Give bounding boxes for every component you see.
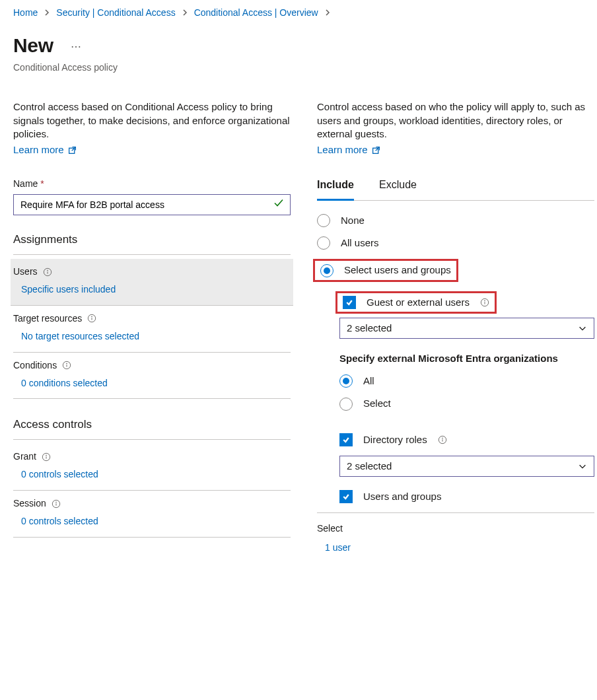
learn-more-left[interactable]: Learn more xyxy=(13,143,77,157)
radio-select-users[interactable] xyxy=(320,264,334,277)
highlight-guest-external: Guest or external users xyxy=(335,291,497,314)
breadcrumb-home[interactable]: Home xyxy=(13,7,38,19)
page-subtitle: Conditional Access policy xyxy=(13,61,584,74)
info-icon xyxy=(438,435,447,444)
more-actions-button[interactable]: ⋯ xyxy=(71,40,83,54)
radio-all-users-label: All users xyxy=(341,236,379,250)
breadcrumb-security[interactable]: Security | Conditional Access xyxy=(56,7,175,19)
svg-point-15 xyxy=(55,502,56,503)
info-icon xyxy=(87,314,96,323)
learn-more-label: Learn more xyxy=(317,143,368,157)
learn-more-label: Learn more xyxy=(13,143,64,157)
grant-row-title: Grant xyxy=(13,450,36,463)
target-row-title: Target resources xyxy=(13,312,82,325)
radio-external-select[interactable] xyxy=(339,398,353,411)
right-column: Control access based on who the policy w… xyxy=(317,100,594,554)
checkbox-guest-external-label: Guest or external users xyxy=(367,296,470,309)
users-row-status[interactable]: Specific users included xyxy=(13,283,291,296)
guest-dropdown-value: 2 selected xyxy=(347,322,392,335)
radio-none-label: None xyxy=(341,214,365,227)
session-row-title: Session xyxy=(13,497,46,510)
breadcrumb-overview[interactable]: Conditional Access | Overview xyxy=(194,7,318,19)
radio-select-users-label: Select users and groups xyxy=(344,263,451,277)
conditions-row-status[interactable]: 0 conditions selected xyxy=(13,377,291,390)
checkbox-users-groups-label: Users and groups xyxy=(363,490,441,503)
info-icon xyxy=(62,361,71,370)
radio-none[interactable] xyxy=(317,214,330,227)
include-exclude-tabs: Include Exclude xyxy=(317,178,594,201)
select-label: Select xyxy=(317,522,594,535)
info-icon xyxy=(480,298,489,307)
name-label: Name* xyxy=(13,178,291,190)
access-controls-heading: Access controls xyxy=(13,417,291,440)
assignments-heading: Assignments xyxy=(13,232,291,255)
tab-exclude[interactable]: Exclude xyxy=(379,178,417,200)
chevron-down-icon xyxy=(578,324,587,333)
conditions-row-title: Conditions xyxy=(13,359,57,372)
info-icon xyxy=(43,267,52,277)
left-description: Control access based on Conditional Acce… xyxy=(13,100,291,141)
learn-more-right[interactable]: Learn more xyxy=(317,143,380,157)
session-row[interactable]: Session 0 controls selected xyxy=(13,491,291,538)
chevron-right-icon xyxy=(182,7,188,19)
chevron-right-icon xyxy=(325,7,330,19)
radio-external-all-label: All xyxy=(363,374,374,388)
radio-external-select-label: Select xyxy=(363,397,391,410)
tab-include[interactable]: Include xyxy=(317,178,354,201)
select-users-block: Select 1 user xyxy=(317,512,594,554)
svg-point-9 xyxy=(67,363,67,364)
users-row[interactable]: Users Specific users included xyxy=(11,259,293,306)
roles-dropdown-value: 2 selected xyxy=(347,460,392,473)
right-description: Control access based on who the policy w… xyxy=(317,100,594,141)
radio-all-users[interactable] xyxy=(317,236,330,250)
chevron-right-icon xyxy=(44,7,50,19)
checkbox-directory-roles[interactable] xyxy=(339,433,353,446)
breadcrumb: Home Security | Conditional Access Condi… xyxy=(13,7,584,19)
check-icon xyxy=(273,198,284,212)
chevron-down-icon xyxy=(578,462,587,471)
svg-point-6 xyxy=(92,316,92,317)
external-link-icon xyxy=(68,146,77,155)
target-resources-row[interactable]: Target resources No target resources sel… xyxy=(13,306,291,353)
page-title: New xyxy=(13,32,53,59)
users-row-title: Users xyxy=(13,265,38,278)
svg-point-22 xyxy=(442,438,442,438)
session-row-status[interactable]: 0 controls selected xyxy=(13,515,291,528)
checkbox-users-groups[interactable] xyxy=(339,490,353,503)
svg-point-3 xyxy=(47,269,48,270)
svg-point-12 xyxy=(46,455,47,456)
select-users-link[interactable]: 1 user xyxy=(317,542,594,554)
highlight-select-users: Select users and groups xyxy=(313,259,458,281)
radio-external-all[interactable] xyxy=(339,374,353,388)
grant-row[interactable]: Grant 0 controls selected xyxy=(13,444,291,491)
svg-point-19 xyxy=(484,300,485,301)
checkbox-directory-roles-label: Directory roles xyxy=(363,433,427,446)
grant-row-status[interactable]: 0 controls selected xyxy=(13,468,291,481)
info-icon xyxy=(42,452,51,462)
policy-name-input[interactable] xyxy=(13,194,291,215)
directory-roles-dropdown[interactable]: 2 selected xyxy=(339,456,594,477)
target-row-status[interactable]: No target resources selected xyxy=(13,330,291,343)
info-icon xyxy=(52,499,61,508)
guest-types-dropdown[interactable]: 2 selected xyxy=(339,318,594,339)
conditions-row[interactable]: Conditions 0 conditions selected xyxy=(13,353,291,400)
external-link-icon xyxy=(372,146,380,155)
checkbox-guest-external[interactable] xyxy=(343,296,356,309)
external-org-heading: Specify external Microsoft Entra organiz… xyxy=(339,352,594,365)
left-column: Control access based on Conditional Acce… xyxy=(13,100,291,554)
